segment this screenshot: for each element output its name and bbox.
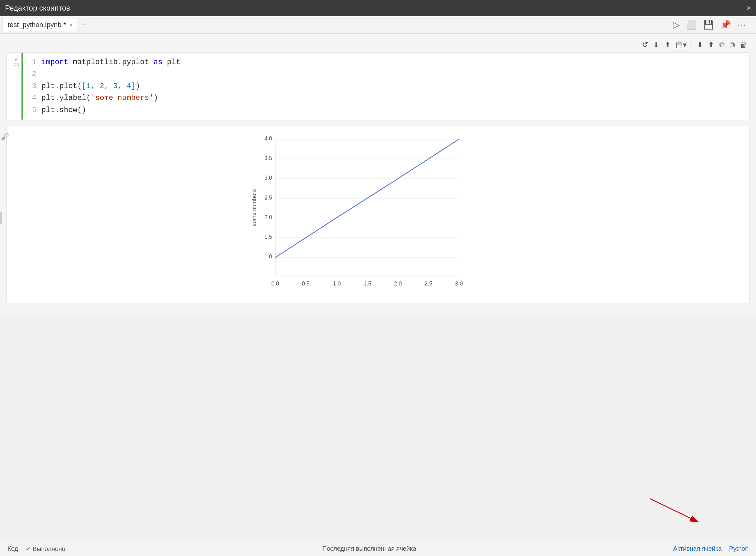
svg-text:2.5: 2.5 bbox=[424, 280, 432, 287]
move-down-icon[interactable]: ⬇ bbox=[696, 40, 704, 50]
app-title: Редактор скриптов bbox=[5, 4, 747, 12]
tab-bar: test_python.ipynb * × + ▷ ⬜ 💾 📌 ⋯ bbox=[0, 16, 756, 34]
code-line-1: 1 import matplotlib.pyplot as plt bbox=[28, 56, 745, 68]
svg-text:4.0: 4.0 bbox=[264, 135, 272, 142]
svg-text:1.0: 1.0 bbox=[333, 280, 341, 287]
svg-text:1.5: 1.5 bbox=[264, 234, 272, 240]
status-right: Активная ячейка Python bbox=[673, 545, 749, 552]
status-language[interactable]: Python bbox=[729, 545, 749, 552]
code-line-2: 2 bbox=[28, 68, 745, 80]
editor-area: ↺ ⬇ ⬆ ▤▾ ⬇ ⬆ ⧉ ⧉ 🗑 ✓ 0c 1 import matplot… bbox=[0, 34, 756, 315]
line-content: plt.plot([1, 2, 3, 4]) bbox=[41, 80, 745, 92]
cell-upload-icon[interactable]: ⬆ bbox=[663, 40, 672, 50]
svg-text:0.0: 0.0 bbox=[271, 280, 279, 287]
line-content: plt.show() bbox=[41, 104, 745, 116]
code-cell: ✓ 0c 1 import matplotlib.pyplot as plt 2… bbox=[6, 52, 750, 120]
tab-close-icon[interactable]: × bbox=[69, 22, 73, 28]
cell-toolbar: ↺ ⬇ ⬆ ▤▾ ⬇ ⬆ ⧉ ⧉ 🗑 bbox=[0, 40, 756, 52]
line-number: 1 bbox=[28, 56, 36, 68]
more-icon[interactable]: ⋯ bbox=[737, 20, 746, 30]
run-icon[interactable]: ▷ bbox=[673, 20, 680, 30]
status-executed-label: ✓ Выполнено bbox=[26, 545, 65, 553]
code-line-3: 3 plt.plot([1, 2, 3, 4]) bbox=[28, 80, 745, 92]
toolbar-right: ▷ ⬜ 💾 📌 ⋯ bbox=[673, 20, 754, 30]
restart-icon[interactable]: ↺ bbox=[641, 40, 650, 50]
svg-text:0.5: 0.5 bbox=[302, 280, 309, 287]
status-active-cell[interactable]: Активная ячейка bbox=[673, 545, 722, 552]
tab-file[interactable]: test_python.ipynb * × bbox=[2, 18, 78, 31]
line-number: 4 bbox=[28, 92, 36, 104]
chart-container: 4.0 3.5 3.0 2.5 2.0 1.5 1.0 0.0 0.5 1.0 … bbox=[250, 133, 506, 296]
arrow-annotation bbox=[644, 492, 706, 531]
close-button[interactable]: × bbox=[747, 4, 751, 12]
chart-svg: 4.0 3.5 3.0 2.5 2.0 1.5 1.0 0.0 0.5 1.0 … bbox=[250, 133, 506, 295]
svg-text:1.5: 1.5 bbox=[364, 280, 371, 287]
line-number: 5 bbox=[28, 104, 36, 116]
svg-text:3.0: 3.0 bbox=[264, 175, 272, 181]
status-code-label: Код bbox=[7, 545, 18, 553]
copy-icon[interactable]: ⧉ bbox=[718, 40, 726, 50]
svg-text:2.5: 2.5 bbox=[264, 195, 272, 201]
status-left: Код ✓ Выполнено bbox=[7, 545, 65, 553]
svg-text:some numbers: some numbers bbox=[251, 189, 257, 226]
cell-type-dropdown[interactable]: ▤▾ bbox=[675, 40, 688, 50]
code-editor[interactable]: 1 import matplotlib.pyplot as plt 2 3 pl… bbox=[23, 53, 750, 120]
status-bar: Код ✓ Выполнено Последняя выполненная яч… bbox=[0, 541, 756, 556]
cell-gutter: ✓ 0c bbox=[6, 53, 22, 120]
cell-exec-status: ✓ bbox=[14, 56, 19, 62]
output-cell: 🖌 4.0 3.5 3.0 2.5 2.0 1.5 bbox=[6, 125, 750, 304]
paste-icon[interactable]: ⧉ bbox=[728, 40, 736, 50]
scroll-indicator bbox=[0, 212, 2, 224]
stop-icon[interactable]: ⬜ bbox=[686, 20, 697, 30]
svg-text:1.0: 1.0 bbox=[264, 253, 272, 259]
status-center: Последняя выполненная ячейка bbox=[65, 545, 673, 552]
title-bar: Редактор скриптов × bbox=[0, 0, 756, 16]
line-number: 2 bbox=[28, 68, 36, 80]
line-content bbox=[41, 68, 745, 80]
new-tab-button[interactable]: + bbox=[78, 20, 90, 30]
delete-icon[interactable]: 🗑 bbox=[738, 40, 749, 50]
line-content: plt.ylabel('some numbers') bbox=[41, 92, 745, 104]
svg-line-25 bbox=[650, 499, 698, 522]
line-content: import matplotlib.pyplot as plt bbox=[41, 56, 745, 68]
cell-exec-count: 0c bbox=[14, 62, 19, 68]
svg-text:3.0: 3.0 bbox=[455, 280, 463, 287]
svg-rect-0 bbox=[275, 139, 459, 276]
cell-down-icon[interactable]: ⬇ bbox=[652, 40, 661, 50]
code-line-4: 4 plt.ylabel('some numbers') bbox=[28, 92, 745, 104]
move-up-icon[interactable]: ⬆ bbox=[707, 40, 716, 50]
tab-label: test_python.ipynb * bbox=[8, 21, 66, 29]
svg-text:3.5: 3.5 bbox=[264, 155, 272, 161]
output-wand-icon[interactable]: 🖌 bbox=[0, 132, 9, 142]
line-number: 3 bbox=[28, 80, 36, 92]
svg-text:2.0: 2.0 bbox=[264, 214, 272, 220]
save-icon[interactable]: 💾 bbox=[703, 20, 714, 30]
code-line-5: 5 plt.show() bbox=[28, 104, 745, 116]
svg-text:2.0: 2.0 bbox=[394, 280, 402, 287]
pin-icon[interactable]: 📌 bbox=[720, 20, 731, 30]
